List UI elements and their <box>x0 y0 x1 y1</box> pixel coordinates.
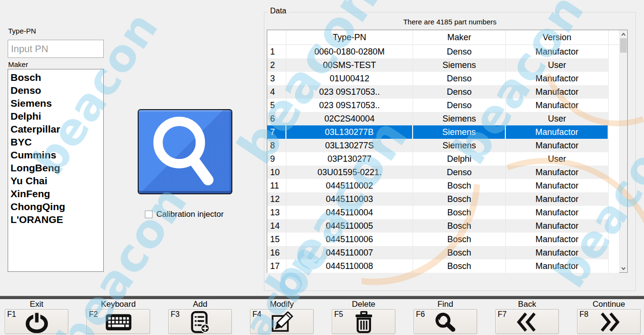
table-cell-num: 5 <box>267 99 286 112</box>
toolbar-label-modify: Modify <box>250 300 314 309</box>
maker-list: BoschDensoSiemensDelphiCaterpillarBYCCum… <box>8 69 104 272</box>
toolbar-button-modify[interactable]: F4 <box>250 309 314 334</box>
table-cell-extra <box>609 45 619 58</box>
table-cell-maker: Bosch <box>413 206 506 219</box>
table-cell-pn: 00SMS-TEST <box>286 58 413 72</box>
add-list-icon <box>169 310 231 334</box>
maker-list-item[interactable]: Cummins <box>11 148 103 161</box>
maker-list-item[interactable]: LongBeng <box>11 161 103 174</box>
table-cell-maker: Siemens <box>413 58 506 72</box>
toolbar-button-back[interactable]: F7 <box>495 309 559 334</box>
search-button[interactable] <box>138 109 232 194</box>
table-cell-extra <box>609 179 619 192</box>
maker-list-item[interactable]: Bosch <box>11 71 103 84</box>
toolbar-label-delete: Delete <box>332 300 395 309</box>
table-cell-maker: Denso <box>413 72 506 85</box>
table-cell-ver: Manufactor <box>506 72 609 85</box>
table-scrollbar[interactable] <box>619 30 627 272</box>
header-cell-version: Version <box>506 30 609 45</box>
header-cell-type-pn: Type-PN <box>286 30 413 45</box>
table-row[interactable]: 5023 09S17053..DensoManufactor <box>267 99 619 112</box>
table-cell-num: 11 <box>267 179 286 192</box>
table-cell-num: 13 <box>267 206 286 219</box>
table-row[interactable]: 130445110004BoschManufactor <box>267 206 619 219</box>
maker-list-item[interactable]: ChongQing <box>11 200 103 213</box>
double-chevron-right-icon <box>578 310 640 334</box>
table-cell-pn: 03P130277 <box>286 152 413 166</box>
table-cell-num: 9 <box>267 152 286 166</box>
table-cell-pn: 023 09S17053.. <box>286 99 413 112</box>
table-row[interactable]: 150445110006BoschManufactor <box>267 233 619 246</box>
table-row[interactable]: 4023 09S17053..DensoManufactor <box>267 85 619 99</box>
table-cell-num: 1 <box>267 45 286 58</box>
table-cell-extra <box>609 58 619 72</box>
table-row[interactable]: 200SMS-TESTSiemensUser <box>267 58 619 72</box>
keyboard-icon <box>87 310 150 334</box>
table-cell-num: 7 <box>267 125 286 139</box>
calibration-injector-checkbox[interactable] <box>145 211 153 218</box>
table-row[interactable]: 140445110005BoschManufactor <box>267 219 619 233</box>
maker-list-item[interactable]: Siemens <box>11 97 103 110</box>
table-row[interactable]: 301U00412DensoManufactor <box>267 72 619 85</box>
table-cell-pn: 0445110005 <box>286 219 413 233</box>
toolbar-button-exit[interactable]: F1 <box>5 309 68 334</box>
table-cell-pn: 0445110004 <box>286 206 413 219</box>
toolbar-button-add[interactable]: F3 <box>168 309 232 334</box>
table-cell-ver: User <box>506 58 609 72</box>
table-cell-pn: 01U00412 <box>286 72 413 85</box>
edit-icon <box>251 310 313 334</box>
table-cell-maker: Denso <box>413 166 506 179</box>
table-cell-maker: Bosch <box>413 233 506 246</box>
table-row[interactable]: 602C2S40004SiemensUser <box>267 112 619 125</box>
table-cell-num: 2 <box>267 58 286 72</box>
table-cell-ver: Manufactor <box>506 192 609 206</box>
table-row[interactable]: 110445110002BoschManufactor <box>267 179 619 192</box>
table-cell-ver: Manufactor <box>506 99 609 112</box>
maker-list-item[interactable]: Denso <box>11 84 103 97</box>
table-row[interactable]: 803L130277SSiemensManufactor <box>267 139 619 152</box>
table-header-row: Type-PN Maker Version <box>267 30 619 45</box>
table-cell-maker: Delphi <box>413 152 506 166</box>
maker-list-item[interactable]: BYC <box>11 135 103 148</box>
table-cell-extra <box>609 166 619 179</box>
table-cell-ver: Manufactor <box>506 219 609 233</box>
toolbar-button-continue[interactable]: F8 <box>577 309 641 334</box>
table-cell-ver: User <box>506 112 609 125</box>
scrollbar-thumb[interactable] <box>620 38 627 53</box>
table-cell-extra <box>609 206 619 219</box>
maker-list-item[interactable]: XinFeng <box>11 187 103 200</box>
table-cell-maker: Bosch <box>413 192 506 206</box>
table-cell-num: 4 <box>267 85 286 99</box>
table-row[interactable]: 10060-0180-0280MDensoManufactor <box>267 45 619 58</box>
toolbar-label-find: Find <box>414 300 477 309</box>
table-cell-pn: 02C2S40004 <box>286 112 413 125</box>
table-row[interactable]: 170445110008BoschManufactor <box>267 259 619 273</box>
table-cell-num: 3 <box>267 72 286 85</box>
table-cell-extra <box>609 152 619 166</box>
table-row[interactable]: 903P130277DelphiUser <box>267 152 619 166</box>
maker-list-item[interactable]: Caterpillar <box>11 123 103 135</box>
table-cell-extra <box>609 233 619 246</box>
table-cell-ver: Manufactor <box>506 233 609 246</box>
chevron-up-icon <box>621 33 626 36</box>
toolbar-button-find[interactable]: F6 <box>414 309 477 334</box>
toolbar-label-continue: Continue <box>577 300 641 309</box>
table-row[interactable]: 1003U01595-0221.DensoManufactor <box>267 166 619 179</box>
table-cell-pn: 0060-0180-0280M <box>286 45 413 58</box>
maker-list-item[interactable]: Delphi <box>11 110 103 123</box>
table-cell-ver: Manufactor <box>506 166 609 179</box>
table-row[interactable]: 160445110007BoschManufactor <box>267 246 619 259</box>
table-cell-num: 6 <box>267 112 286 125</box>
scroll-up-button[interactable] <box>620 30 627 38</box>
toolbar-button-delete[interactable]: F5 <box>332 309 395 334</box>
toolbar-button-keyboard[interactable]: F2 <box>87 309 150 334</box>
table-row-selected[interactable]: 703L130277BSiemensManufactor <box>267 125 619 139</box>
maker-list-item[interactable]: Yu Chai <box>11 174 103 187</box>
maker-list-item[interactable]: L'ORANGE <box>11 213 103 226</box>
type-pn-input[interactable] <box>8 40 104 58</box>
scroll-down-button[interactable] <box>620 264 627 272</box>
table-row[interactable]: 120445110003BoschManufactor <box>267 192 619 206</box>
table-cell-extra <box>609 139 619 152</box>
table-cell-pn: 03U01595-0221. <box>286 166 413 179</box>
table-body: 10060-0180-0280MDensoManufactor200SMS-TE… <box>267 45 619 273</box>
